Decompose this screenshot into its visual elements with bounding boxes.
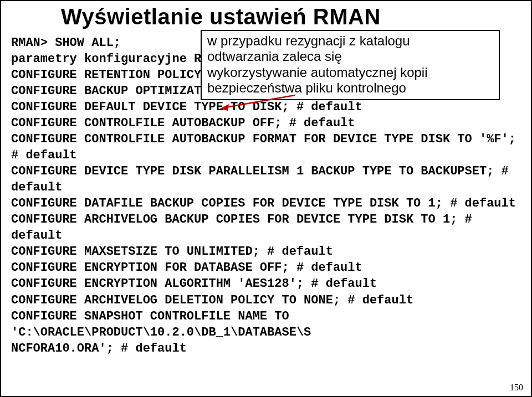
svg-marker-1: [220, 104, 229, 111]
note-line-2: odtwarzania zaleca się: [207, 49, 493, 64]
page-number: 150: [510, 383, 523, 393]
code-line: CONFIGURE CONTROLFILE AUTOBACKUP OFF; # …: [11, 116, 355, 130]
note-line-4: bezpieczeństwa pliku kontrolnego: [207, 80, 493, 96]
code-line: CONFIGURE ENCRYPTION FOR DATABASE OFF; #…: [11, 261, 362, 275]
arrow-icon: [220, 94, 298, 111]
code-line: CONFIGURE ARCHIVELOG BACKUP COPIES FOR D…: [11, 213, 479, 243]
code-line: CONFIGURE DEFAULT DEVICE TYPE TO DISK; #…: [11, 100, 362, 114]
code-line: CONFIGURE DEVICE TYPE DISK PARALLELISM 1…: [11, 164, 516, 194]
note-line-1: w przypadku rezygnacji z katalogu: [207, 33, 493, 49]
code-line: NCFORA10.ORA'; # default: [11, 342, 187, 355]
note-line-3: wykorzystywanie automatycznej kopii: [207, 65, 493, 80]
code-line: CONFIGURE MAXSETSIZE TO UNLIMITED; # def…: [11, 245, 333, 259]
svg-line-0: [226, 95, 295, 107]
code-line: CONFIGURE ARCHIVELOG DELETION POLICY TO …: [11, 293, 413, 307]
code-line: CONFIGURE SNAPSHOT CONTROLFILE NAME TO '…: [11, 310, 311, 339]
slide-title: Wyświetlanie ustawień RMAN: [61, 4, 521, 29]
code-line: CONFIGURE ENCRYPTION ALGORITHM 'AES128';…: [11, 277, 377, 291]
code-line: CONFIGURE CONTROLFILE AUTOBACKUP FORMAT …: [11, 132, 523, 162]
page-container: Wyświetlanie ustawień RMAN w przypadku r…: [0, 0, 532, 397]
code-line: RMAN> SHOW ALL;: [11, 36, 121, 50]
code-line: CONFIGURE DATAFILE BACKUP COPIES FOR DEV…: [11, 197, 516, 210]
note-box: w przypadku rezygnacji z katalogu odtwar…: [201, 30, 500, 100]
code-line: parametry konfiguracyjne RMAN:: [11, 52, 231, 66]
